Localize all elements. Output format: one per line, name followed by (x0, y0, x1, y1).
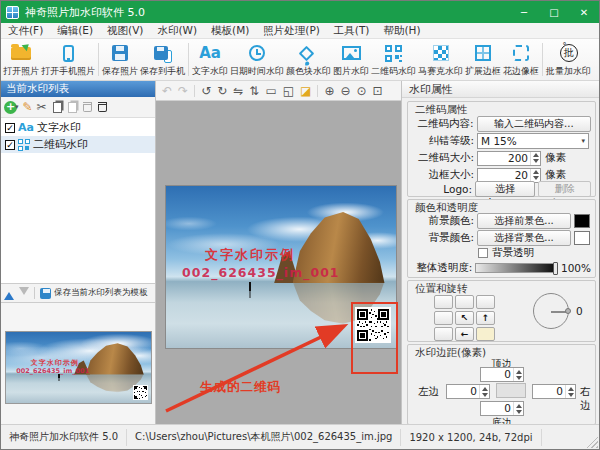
redo-icon[interactable]: ↷ (178, 84, 188, 98)
checkbox-checked[interactable]: ✓ (5, 123, 15, 133)
save-icon (112, 45, 128, 61)
group-title: 二维码属性 (415, 103, 468, 117)
fg-color-swatch (574, 214, 590, 228)
zoom-in-icon[interactable]: ⊕ (324, 84, 334, 98)
clear-all-button[interactable] (98, 102, 107, 112)
menu-file[interactable]: 文件(F) (1, 24, 50, 38)
menu-template[interactable]: 模板(M) (204, 24, 256, 38)
mosaic-icon (433, 45, 449, 61)
fill-icon[interactable]: ◪ (300, 84, 311, 98)
maximize-icon[interactable]: □ (539, 1, 569, 23)
fit-screen-icon[interactable]: ⊡ (373, 84, 383, 98)
position-center[interactable]: ↖ (455, 311, 474, 325)
color-block-watermark-button[interactable]: 颜色块水印 (285, 40, 332, 79)
window-title: 神奇照片加水印软件 5.0 (25, 5, 145, 20)
mosaic-watermark-button[interactable]: 马赛克水印 (417, 40, 464, 79)
list-item-text-watermark[interactable]: ✓ Aa 文字水印 (1, 119, 155, 136)
qr-content-label: 二维码内容: (412, 117, 474, 131)
add-watermark-button[interactable]: + ▾ (4, 101, 19, 114)
margin-right-stepper[interactable]: 0 (532, 384, 576, 399)
resize-grip[interactable] (586, 436, 598, 448)
position-middle-right[interactable]: ↑ (476, 311, 495, 325)
position-top-left[interactable] (434, 295, 453, 309)
enter-qr-content-button[interactable]: 输入二维码内容... (477, 116, 591, 132)
lace-frame-icon (513, 45, 529, 61)
save-template-button[interactable]: 保存当前水印列表为模板 (40, 287, 148, 299)
datetime-watermark-button[interactable]: 日期时间水印 (229, 40, 285, 79)
minimize-icon[interactable]: ─ (509, 1, 539, 23)
position-bottom-right[interactable] (476, 327, 495, 341)
save-photo-button[interactable]: 保存照片 (101, 40, 139, 79)
margin-left-stepper[interactable]: 0 (446, 384, 490, 399)
open-folder-icon (11, 47, 31, 60)
image-watermark-button[interactable]: 图片水印 (332, 40, 370, 79)
zoom-out-icon[interactable]: ⊖ (340, 84, 350, 98)
canvas-column: ↶ ↷ ↺ ↻ ⇋ ⇅ ▭ ◱ ◪ ⊕ ⊖ ⊙ ⊡ 文字水印示例 002 (156, 81, 401, 424)
position-grid: ↖ ↑ ← (434, 295, 495, 341)
delete-button[interactable] (83, 102, 92, 112)
position-top-center[interactable] (455, 295, 474, 309)
filename-watermark-overlay[interactable]: 002_626435_im_001 (182, 265, 339, 280)
annotation-highlight-box (351, 302, 398, 374)
qr-size-unit: 像素 (545, 151, 566, 165)
menu-watermark[interactable]: 水印(W) (150, 24, 204, 38)
menu-bar: 文件(F) 编辑(E) 视图(V) 水印(W) 模板(M) 照片处理(P) 工具… (1, 23, 599, 39)
status-bar: 神奇照片加水印软件 5.0 C:\Users\zhou\Pictures\本机照… (1, 424, 599, 449)
margin-top-stepper[interactable]: 0 (480, 367, 524, 382)
position-middle-left[interactable] (434, 311, 453, 325)
open-photo-button[interactable]: 打开照片 (2, 40, 40, 79)
rotate-left-icon[interactable]: ↺ (201, 84, 211, 98)
opacity-slider[interactable] (475, 263, 557, 273)
move-up-button[interactable] (4, 287, 14, 300)
ecc-level-select[interactable]: M 15% ▾ (477, 133, 589, 149)
crop-icon[interactable]: ◱ (283, 84, 294, 98)
margin-bottom-stepper[interactable]: 0 (480, 401, 524, 416)
menu-view[interactable]: 视图(V) (100, 24, 150, 38)
qrcode-watermark-button[interactable]: 二维码水印 (370, 40, 417, 79)
rotation-dial[interactable] (533, 293, 569, 329)
text-watermark-overlay[interactable]: 文字水印示例 (205, 246, 295, 264)
rotate-right-icon[interactable]: ↻ (217, 84, 227, 98)
batch-watermark-button[interactable]: 批 批量加水印 (545, 40, 592, 79)
open-phone-photo-button[interactable]: 打开手机照片 (40, 40, 96, 79)
checkbox-checked[interactable]: ✓ (5, 140, 15, 150)
watermark-list-header: 当前水印列表 (1, 81, 155, 97)
bg-transparent-checkbox[interactable] (478, 248, 488, 258)
qr-size-stepper[interactable]: 200 (477, 151, 541, 166)
zoom-actual-icon[interactable]: ⊙ (357, 84, 367, 98)
undo-icon[interactable]: ↶ (162, 84, 172, 98)
position-bottom-left[interactable] (434, 327, 453, 341)
move-down-button[interactable] (19, 287, 29, 300)
flip-vertical-icon[interactable]: ⇅ (249, 84, 259, 98)
delete-logo-button[interactable]: 删除Logo (538, 181, 591, 197)
thumbnail-image[interactable]: 文字水印示例 002_626435_im_001 (5, 331, 152, 404)
select-logo-button[interactable]: 选择Logo... (475, 181, 535, 197)
save-to-phone-button[interactable]: 保存到手机 (139, 40, 186, 79)
copy-button[interactable] (53, 102, 62, 113)
menu-tools[interactable]: 工具(T) (327, 24, 377, 38)
select-fg-color-button[interactable]: 选择前景色... (477, 213, 571, 229)
close-icon[interactable]: ✕ (569, 1, 599, 23)
watermark-list: ✓ Aa 文字水印 ✓ 二维码水印 (1, 118, 155, 284)
list-item-label: 文字水印 (37, 120, 81, 135)
menu-help[interactable]: 帮助(H) (376, 24, 427, 38)
canvas-area[interactable]: 文字水印示例 002_626435_im_001 (156, 101, 401, 424)
select-bg-color-button[interactable]: 选择背景色... (477, 230, 571, 246)
text-watermark-button[interactable]: Aa 文字水印 (191, 40, 229, 79)
menu-edit[interactable]: 编辑(E) (50, 24, 100, 38)
extend-border-button[interactable]: 扩展边框 (464, 40, 502, 79)
flip-horizontal-icon[interactable]: ⇋ (233, 84, 243, 98)
rotation-knob[interactable] (565, 308, 571, 314)
list-item-qrcode-watermark[interactable]: ✓ 二维码水印 (1, 136, 155, 153)
cut-button[interactable]: ✂ (37, 101, 47, 113)
margins-group: 水印边距(像素) 顶边 0 左边 0 0 右边 0 底边 (407, 344, 596, 425)
menu-photo-process[interactable]: 照片处理(P) (256, 24, 327, 38)
resize-icon[interactable]: ▭ (265, 84, 276, 98)
paste-button[interactable] (68, 102, 77, 113)
text-watermark-icon: Aa (18, 121, 34, 134)
position-bottom-center[interactable]: ← (455, 327, 474, 341)
slider-handle[interactable] (553, 262, 558, 275)
edit-watermark-button[interactable]: ✎ (23, 101, 33, 113)
position-top-right[interactable] (476, 295, 495, 309)
lace-frame-button[interactable]: 花边像框 (502, 40, 540, 79)
